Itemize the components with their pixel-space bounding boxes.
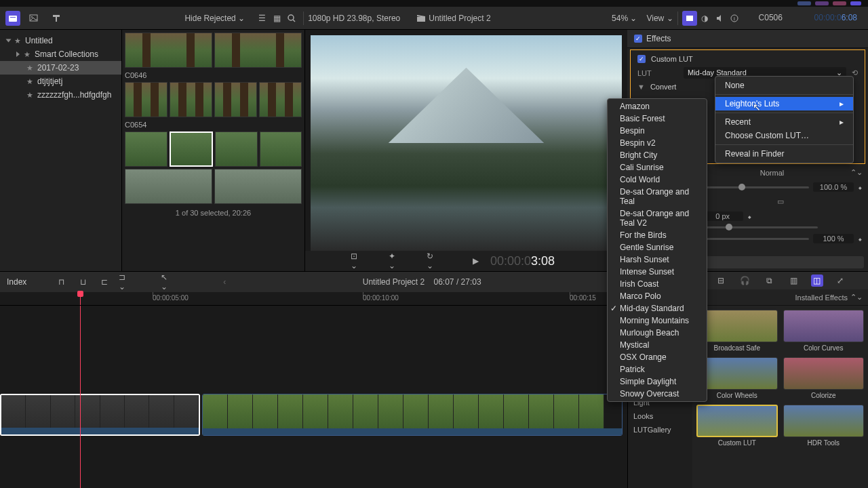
effect-item[interactable]: Broadcast Safe — [696, 310, 778, 352]
view-menu[interactable]: View ⌄ — [646, 14, 673, 23]
scale-value[interactable]: 100 % — [813, 234, 854, 243]
hide-rejected[interactable]: Hide Rejected ⌄ — [184, 14, 245, 23]
lut-option[interactable]: Basic Forest — [608, 113, 707, 125]
menu-choose[interactable]: Choose Custom LUT… — [715, 129, 853, 142]
lut-option[interactable]: Amazon — [608, 100, 707, 113]
lut-option[interactable]: De-sat Orange and Teal V2 — [608, 207, 707, 229]
ruler-tick: 00:00:15 — [570, 294, 596, 302]
lut-option[interactable]: De-sat Orange and Teal — [608, 186, 707, 207]
lut-option[interactable]: Mystical — [608, 339, 707, 351]
timeline-ruler[interactable]: 00:00:05:0000:00:10:0000:00:15 — [0, 292, 627, 306]
lut-option[interactable]: Morning Mountains — [608, 314, 707, 327]
sidebar-item[interactable]: ★2017-02-23 — [0, 61, 121, 75]
clip-thumb[interactable] — [125, 33, 212, 68]
timeline-clip[interactable]: C0654 — [202, 394, 623, 436]
lut-option[interactable]: Irish Coast — [608, 278, 707, 290]
audio-inspector-icon[interactable] — [712, 11, 727, 26]
sidebar-item[interactable]: ★Untitled — [0, 34, 121, 47]
fx-transition-icon[interactable]: ⧉ — [762, 273, 777, 288]
lut-option[interactable]: Bespin — [608, 125, 707, 137]
clip-appearance-icon[interactable]: ☰ — [254, 11, 269, 26]
effect-item[interactable]: Colorize — [783, 357, 865, 399]
project-title: Untitled Project 2 — [429, 14, 490, 23]
sidebar-item[interactable]: ★zzzzzzfgh...hdfgdfgh — [0, 88, 121, 102]
viewer-canvas[interactable] — [311, 35, 622, 251]
clip-thumb[interactable] — [214, 33, 302, 68]
lut-option[interactable]: Patrick — [608, 363, 707, 375]
grid-icon[interactable]: ▦ — [269, 11, 284, 26]
lut-option[interactable]: Snowy Overcast — [608, 388, 707, 400]
lut-option[interactable]: Marco Polo — [608, 290, 707, 302]
retime-icon[interactable]: ↻ ⌄ — [427, 253, 441, 268]
clip-thumb[interactable] — [125, 131, 167, 167]
clip-thumb[interactable] — [259, 82, 302, 117]
lut-option[interactable]: Gentle Sunrise — [608, 241, 707, 253]
connect-clip-icon[interactable]: ⊓ — [54, 274, 68, 289]
y-value[interactable]: 0 px — [703, 211, 743, 221]
effect-item[interactable]: HDR Tools — [783, 405, 865, 447]
color-inspector-icon[interactable]: ◑ — [697, 11, 712, 26]
clip-thumb[interactable] — [214, 82, 257, 117]
clip-thumb[interactable] — [125, 82, 167, 117]
customlut-checkbox[interactable]: ✓ — [637, 55, 646, 63]
menu-recent[interactable]: Recent▸ — [715, 115, 853, 129]
lut-option[interactable]: Simple Daylight — [608, 375, 707, 388]
timeline-clip[interactable]: C0506 — [0, 394, 200, 436]
fx-close-icon[interactable]: ⤢ — [833, 273, 848, 288]
sidebar-item[interactable]: ★Smart Collections — [0, 47, 121, 61]
convert-label[interactable]: Convert — [650, 83, 677, 91]
play-icon[interactable]: ▶ — [469, 253, 484, 268]
menu-leightons-luts[interactable]: Leighton's Luts▸ — [715, 97, 853, 110]
lut-option[interactable]: Bright City — [608, 149, 707, 161]
zoom[interactable]: 54% ⌄ — [612, 14, 637, 23]
playhead-line[interactable] — [80, 306, 81, 488]
insert-clip-icon[interactable]: ⊔ — [75, 274, 90, 289]
clip-thumb[interactable] — [215, 131, 258, 167]
fx-generator-icon[interactable]: ▥ — [787, 273, 802, 288]
lut-option[interactable]: OSX Orange — [608, 351, 707, 363]
chip — [815, 1, 829, 5]
effect-item[interactable]: Custom LUT — [696, 405, 778, 447]
fx-effects-icon[interactable]: ◫ — [811, 274, 823, 287]
index-button[interactable]: Index — [7, 277, 26, 287]
lut-option[interactable]: Bespin v2 — [608, 137, 707, 149]
fx-slider-icon[interactable]: ⊟ — [713, 273, 728, 288]
effect-item[interactable]: Color Curves — [783, 310, 865, 352]
effect-item[interactable]: Color Wheels — [696, 357, 778, 399]
menu-none[interactable]: None — [715, 79, 853, 92]
overwrite-clip-icon[interactable]: ⊐ ⌄ — [119, 274, 134, 289]
fx-audio-icon[interactable]: 🎧 — [738, 273, 753, 288]
menu-reveal[interactable]: Reveal in Finder — [715, 147, 853, 161]
clip-thumb[interactable] — [170, 131, 214, 167]
crop-icon[interactable]: ⊡ ⌄ — [351, 253, 366, 268]
playhead[interactable] — [80, 292, 81, 305]
clip-thumb[interactable] — [214, 169, 302, 204]
arrow-tool-icon[interactable]: ↖ ⌄ — [161, 274, 176, 289]
category-item[interactable]: LUTGallery — [628, 423, 692, 436]
clip-thumb[interactable] — [125, 169, 212, 204]
titles-icon[interactable] — [49, 11, 64, 26]
installed-effects-label[interactable]: Installed Effects — [795, 293, 848, 302]
blend-mode[interactable]: Normal — [698, 169, 846, 177]
effects-header[interactable]: ✓ Effects — [627, 30, 868, 48]
lut-option[interactable]: For the Birds — [608, 229, 707, 241]
category-item[interactable]: Looks — [628, 409, 692, 423]
search-icon[interactable] — [284, 11, 299, 26]
opacity-value[interactable]: 100.0 % — [813, 182, 854, 192]
lut-option[interactable]: Cold World — [608, 174, 707, 186]
library-icon[interactable] — [5, 11, 20, 26]
video-inspector-icon[interactable] — [682, 11, 697, 26]
clip-thumb[interactable] — [260, 131, 302, 167]
lut-option[interactable]: Harsh Sunset — [608, 253, 707, 266]
lut-option[interactable]: Intense Sunset — [608, 266, 707, 278]
sidebar-item[interactable]: ★dtjtjtjetj — [0, 75, 121, 88]
append-clip-icon[interactable]: ⊏ — [97, 274, 112, 289]
timeline-body[interactable]: C0506C0654 — [0, 306, 627, 488]
clip-thumb[interactable] — [170, 82, 212, 117]
lut-option[interactable]: Murlough Beach — [608, 327, 707, 339]
lut-option[interactable]: Mid-day Standard — [608, 302, 707, 314]
enhance-icon[interactable]: ✦ ⌄ — [389, 253, 403, 268]
effects-checkbox[interactable]: ✓ — [634, 35, 642, 43]
photos-icon[interactable] — [27, 11, 42, 26]
lut-option[interactable]: Cali Sunrise — [608, 161, 707, 174]
